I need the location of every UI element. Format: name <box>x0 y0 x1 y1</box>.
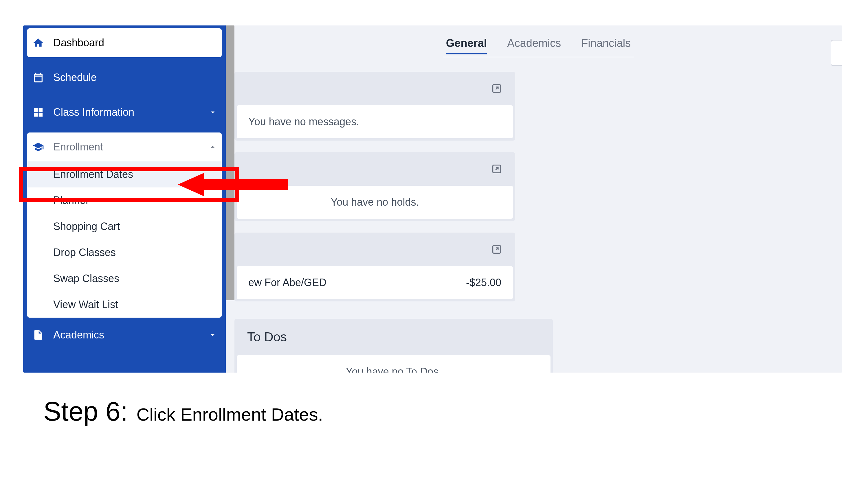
submenu-item-label: Planner <box>53 194 89 206</box>
fee-amount: -$25.00 <box>466 276 501 289</box>
main-content: General Academics Financials You have no… <box>235 26 842 372</box>
card-header <box>235 152 515 186</box>
card-todos: To Dos You have no To Dos. <box>235 319 553 372</box>
step-label: Step 6: <box>43 396 128 427</box>
tabs-underline <box>443 57 634 57</box>
submenu-item-shopping-cart[interactable]: Shopping Cart <box>27 214 222 239</box>
tab-financials[interactable]: Financials <box>581 37 631 54</box>
sidebar-item-class-information[interactable]: Class Information <box>23 95 226 130</box>
sidebar-item-label: Academics <box>53 329 104 341</box>
tab-general[interactable]: General <box>446 37 487 54</box>
home-icon <box>32 36 44 49</box>
cards-area: You have no messages. You have no holds. <box>235 54 842 372</box>
card-fees: ew For Abe/GED -$25.00 <box>235 233 515 301</box>
submenu-item-swap-classes[interactable]: Swap Classes <box>27 265 222 292</box>
submenu-item-label: View Wait List <box>53 298 118 311</box>
fee-row: ew For Abe/GED -$25.00 <box>248 276 501 289</box>
grid-icon <box>32 106 44 119</box>
sidebar: Dashboard Schedule Class Information Enr… <box>23 26 226 372</box>
chevron-down-icon <box>208 331 217 339</box>
card-body: ew For Abe/GED -$25.00 <box>237 266 513 299</box>
instruction-text: Step 6: Click Enrollment Dates. <box>43 396 323 427</box>
graduation-icon <box>32 140 44 153</box>
submenu-item-label: Drop Classes <box>53 247 116 259</box>
sidebar-item-label: Dashboard <box>53 37 104 49</box>
card-header <box>235 72 515 105</box>
step-text: Click Enrollment Dates. <box>136 404 323 425</box>
card-messages: You have no messages. <box>235 72 515 140</box>
chevron-down-icon <box>208 108 217 117</box>
sidebar-item-label: Class Information <box>53 106 134 118</box>
sidebar-item-enrollment[interactable]: Enrollment <box>27 132 222 161</box>
card-body: You have no messages. <box>237 105 513 138</box>
submenu-item-label: Enrollment Dates <box>53 168 133 181</box>
tabs: General Academics Financials <box>235 26 842 54</box>
card-holds: You have no holds. <box>235 152 515 221</box>
card-title: To Dos <box>247 330 287 344</box>
card-header <box>235 233 515 266</box>
popup-icon[interactable] <box>491 83 502 94</box>
partial-button[interactable] <box>831 40 842 66</box>
submenu-item-drop-classes[interactable]: Drop Classes <box>27 239 222 265</box>
card-column-right: To Dos You have no To Dos. Wait List SPR… <box>235 319 553 372</box>
sidebar-item-academics[interactable]: Academics <box>23 318 226 352</box>
sidebar-item-label: Enrollment <box>53 141 103 153</box>
popup-icon[interactable] <box>491 163 502 175</box>
submenu-item-label: Shopping Cart <box>53 220 120 233</box>
enrollment-submenu: Enrollment Dates Planner Shopping Cart D… <box>27 161 222 318</box>
document-icon <box>32 329 44 341</box>
card-body: You have no holds. <box>237 186 513 219</box>
submenu-item-label: Swap Classes <box>53 272 119 285</box>
calendar-icon <box>32 71 44 84</box>
card-body: You have no To Dos. <box>237 355 551 372</box>
sidebar-item-schedule[interactable]: Schedule <box>23 60 226 95</box>
submenu-item-planner[interactable]: Planner <box>27 188 222 214</box>
submenu-item-enrollment-dates[interactable]: Enrollment Dates <box>27 161 222 188</box>
fee-label: ew For Abe/GED <box>248 276 327 289</box>
card-column-left: You have no messages. You have no holds. <box>235 72 515 301</box>
popup-icon[interactable] <box>491 243 502 255</box>
submenu-item-view-wait-list[interactable]: View Wait List <box>27 292 222 318</box>
sidebar-scrollbar[interactable] <box>226 26 235 300</box>
sidebar-item-dashboard[interactable]: Dashboard <box>27 28 222 57</box>
sidebar-item-label: Schedule <box>53 71 97 84</box>
chevron-up-icon <box>208 142 217 151</box>
app-container: Dashboard Schedule Class Information Enr… <box>23 26 842 372</box>
card-header: To Dos <box>235 319 553 355</box>
tab-academics[interactable]: Academics <box>507 37 561 54</box>
